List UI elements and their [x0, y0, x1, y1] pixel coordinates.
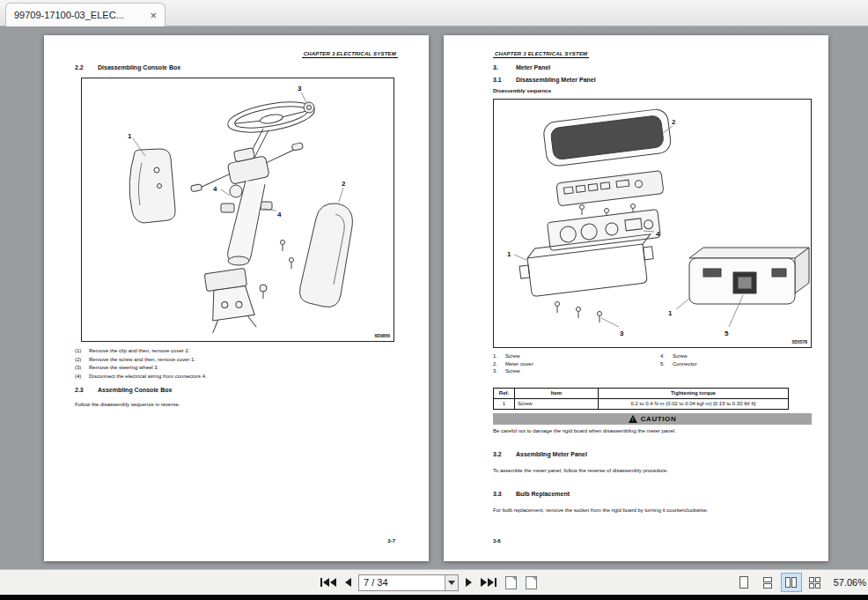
- page-number: 3-8: [493, 538, 501, 544]
- page-number-combobox[interactable]: [358, 574, 459, 591]
- section-3-2-body: To assemble the meter panel, follow the …: [493, 468, 812, 473]
- caution-banner: CAUTION: [493, 413, 812, 425]
- previous-page-button[interactable]: [343, 575, 353, 589]
- previous-view-icon: [505, 576, 517, 589]
- console-box-exploded-diagram: 1 3 4 4 2 6D9856: [81, 78, 394, 342]
- section-3-heading: 3. Meter Panel: [493, 64, 812, 70]
- caution-label: CAUTION: [641, 415, 677, 423]
- facing-view-button[interactable]: [781, 573, 802, 592]
- section-3-3-body: For bulb replacement, remove the socket …: [493, 507, 812, 513]
- warning-triangle-icon: [629, 415, 637, 423]
- next-view-icon: [526, 576, 537, 589]
- section-3-2-heading: 3.2 Assembling Meter Panel: [493, 451, 812, 457]
- disassembly-sequence-label: Disassembly sequence: [493, 88, 812, 93]
- chapter-header: CHAPTER 3 ELECTRICAL SYSTEM: [302, 51, 398, 58]
- figure-code: 5D5578: [791, 339, 807, 344]
- part-label: 4: [277, 211, 282, 219]
- part-label: 2: [342, 180, 346, 188]
- part-label: 3: [298, 85, 302, 93]
- part-label: 4: [656, 230, 660, 238]
- chapter-header: CHAPTER 3 ELECTRICAL SYSTEM: [493, 51, 589, 58]
- single-page-view-button[interactable]: [733, 573, 754, 592]
- figure-code: 6D9856: [374, 333, 390, 338]
- manual-page-left: CHAPTER 3 ELECTRICAL SYSTEM 2.2 Disassem…: [44, 35, 429, 561]
- zoom-level[interactable]: 57.06%: [834, 577, 866, 588]
- part-label: 1: [668, 309, 673, 317]
- table-row: 1 Screw 0.2 to 0.4 N·m (0.02 to 0.04 kgf…: [494, 398, 789, 409]
- table-cell-torque: 0.2 to 0.4 N·m (0.02 to 0.04 kgf·m) [0.1…: [599, 398, 789, 409]
- view-mode-controls: 57.06%: [733, 570, 866, 595]
- part-label: 4: [213, 185, 217, 193]
- next-page-button[interactable]: [464, 575, 474, 589]
- document-viewer[interactable]: CHAPTER 3 ELECTRICAL SYSTEM 2.2 Disassem…: [0, 26, 868, 569]
- last-page-button[interactable]: [479, 575, 498, 589]
- pdf-viewer-window: 99709-17100-03_ELEC... × CHAPTER 3 ELECT…: [0, 0, 868, 600]
- part-label: 1: [128, 132, 132, 140]
- page-navigation: [319, 570, 539, 595]
- table-cell-ref: 1: [494, 398, 515, 409]
- page-dropdown-button[interactable]: [445, 575, 458, 590]
- previous-view-button[interactable]: [504, 574, 519, 592]
- tightening-torque-table: Ref. Item Tightening torque 1 Screw 0.2 …: [493, 388, 789, 410]
- page-number-input[interactable]: [359, 575, 445, 590]
- manual-page-right: CHAPTER 3 ELECTRICAL SYSTEM 3. Meter Pan…: [444, 35, 828, 561]
- meter-panel-diagram-svg: 2 4 1 3 1 5: [494, 100, 811, 347]
- status-bar: 57.06%: [0, 569, 868, 595]
- section-3-3-heading: 3.3 Bulb Replacement: [493, 491, 812, 497]
- continuous-view-button[interactable]: [757, 573, 778, 592]
- next-view-button[interactable]: [524, 574, 539, 592]
- tab-bar: 99709-17100-03_ELEC... ×: [0, 0, 868, 26]
- first-page-button[interactable]: [319, 575, 338, 589]
- single-page-icon: [739, 576, 748, 589]
- continuous-facing-view-button[interactable]: [805, 573, 826, 592]
- section-2-2-heading: 2.2 Disassembling Console Box: [75, 64, 398, 70]
- facing-view-icon: [785, 577, 791, 588]
- taskbar-strip: [0, 595, 868, 600]
- part-label: 1: [507, 250, 511, 258]
- section-2-3-body: Follow the disassembly sequence in rever…: [75, 402, 398, 407]
- chevron-down-icon: [448, 581, 455, 585]
- part-label: 2: [672, 118, 676, 126]
- section-2-3-heading: 2.3 Assembling Console Box: [75, 387, 398, 393]
- tab-title: 99709-17100-03_ELEC...: [14, 10, 143, 20]
- table-header-item: Item: [515, 388, 599, 398]
- disassembly-steps: (1)Remove the clip and then, remove cove…: [75, 347, 398, 381]
- console-diagram-svg: 1 3 4 4 2: [82, 78, 394, 341]
- table-cell-item: Screw: [515, 398, 599, 409]
- parts-list: 1.Screw 2.Meter cover 3.Screw 4.Screw 5.…: [493, 352, 812, 375]
- table-header-ref: Ref.: [494, 388, 515, 398]
- continuous-view-icon: [763, 577, 772, 589]
- part-label: 3: [620, 330, 624, 337]
- section-3-1-heading: 3.1 Disassembling Meter Panel: [493, 77, 812, 83]
- page-number: 3-7: [387, 538, 395, 544]
- part-label: 5: [725, 330, 729, 337]
- continuous-facing-view-icon: [809, 577, 820, 589]
- meter-panel-exploded-diagram: 2 4 1 3 1 5 5D5578: [493, 99, 812, 348]
- table-header-torque: Tightening torque: [599, 388, 789, 398]
- document-tab[interactable]: 99709-17100-03_ELEC... ×: [5, 3, 166, 26]
- caution-text: Be careful not to damage the rigid board…: [493, 428, 812, 433]
- tab-close-icon[interactable]: ×: [150, 10, 157, 21]
